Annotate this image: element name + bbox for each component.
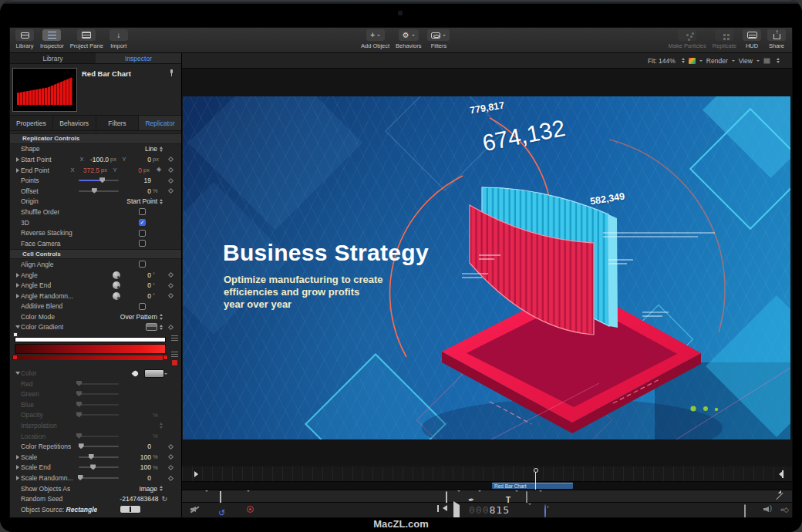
- counter-menu-chevron[interactable]: [528, 505, 531, 517]
- checkbox-face-camera[interactable]: [139, 240, 146, 247]
- checkbox-align-angle[interactable]: [139, 261, 146, 268]
- keyframe-zone[interactable]: [163, 189, 178, 193]
- slider-track[interactable]: [79, 180, 119, 181]
- slider-thumb[interactable]: [76, 391, 82, 396]
- playhead[interactable]: [533, 468, 538, 490]
- checkbox-reverse-stacking[interactable]: [139, 230, 146, 237]
- checkbox-3d[interactable]: ✓: [139, 219, 146, 226]
- keyframe-diamond-icon[interactable]: [167, 444, 173, 450]
- param-value[interactable]: 0: [133, 271, 151, 279]
- toolbar-button-library[interactable]: Library: [15, 29, 34, 49]
- keyframe-zone[interactable]: [163, 179, 178, 183]
- mini-timeline-track[interactable]: Red Bar Chart: [182, 482, 792, 490]
- keyframe-zone[interactable]: [163, 273, 178, 277]
- timing-display-button[interactable]: [544, 505, 546, 517]
- record-button[interactable]: [247, 505, 254, 513]
- view-menu[interactable]: View: [739, 57, 753, 65]
- disclosure-icon[interactable]: [15, 465, 21, 470]
- zoom-level[interactable]: Fit: 144%: [648, 57, 676, 65]
- slider-thumb[interactable]: [99, 177, 105, 183]
- keyframe-zone[interactable]: [163, 284, 178, 288]
- slider-track[interactable]: [79, 393, 119, 395]
- slider-thumb[interactable]: [89, 454, 94, 460]
- dial-control[interactable]: [113, 281, 120, 289]
- channels-swatch-icon[interactable]: [689, 58, 696, 64]
- gradient-options-icon[interactable]: [171, 352, 178, 357]
- keyframe-zone[interactable]: [163, 445, 178, 449]
- keyframe-zone[interactable]: [163, 157, 178, 161]
- param-value[interactable]: 0: [125, 443, 151, 450]
- stepper-icon[interactable]: [160, 197, 163, 207]
- slider-thumb[interactable]: [92, 188, 97, 194]
- disclosure-icon[interactable]: [15, 157, 21, 162]
- y-value-field[interactable]: 0: [128, 156, 151, 163]
- gradient-opacity-bar[interactable]: [15, 337, 166, 342]
- toolbar-button-make-particles[interactable]: Make Particles: [669, 29, 706, 49]
- keyframe-diamond-icon[interactable]: [167, 178, 173, 184]
- slider-track[interactable]: [79, 383, 119, 385]
- play-button[interactable]: [453, 505, 463, 517]
- param-value[interactable]: 0: [133, 281, 151, 289]
- in-point-marker[interactable]: [194, 471, 201, 477]
- panel-tab-inspector[interactable]: Inspector: [96, 53, 181, 63]
- toolbar-button-project-pane[interactable]: Project Pane: [70, 29, 103, 49]
- x-value-field[interactable]: -100.0: [86, 156, 109, 163]
- slider-track[interactable]: [79, 466, 119, 468]
- gradient-preset-icon[interactable]: [146, 323, 157, 331]
- show-fullview-button[interactable]: [744, 505, 746, 517]
- stepper-icon[interactable]: [160, 312, 163, 322]
- slider-track[interactable]: [79, 404, 119, 406]
- slider-track[interactable]: [79, 414, 119, 416]
- slider-thumb[interactable]: [76, 381, 82, 386]
- view-layouts-swatch-icon[interactable]: [763, 58, 770, 64]
- keyframe-zone[interactable]: [163, 325, 178, 329]
- slider-track[interactable]: [79, 190, 119, 192]
- param-value[interactable]: 19: [125, 177, 151, 184]
- checkbox-shuffle-order[interactable]: [139, 208, 146, 215]
- slider-track[interactable]: [79, 477, 119, 479]
- gradient-options-icon[interactable]: [171, 335, 178, 341]
- toolbar-button-hud[interactable]: HUD: [743, 29, 761, 49]
- toolbar-button-share[interactable]: Share: [767, 29, 786, 49]
- param-value[interactable]: 0: [125, 474, 151, 482]
- dial-control[interactable]: [113, 271, 120, 279]
- generate-seed-icon[interactable]: ↻: [161, 495, 167, 503]
- keyframe-zone[interactable]: [163, 168, 178, 172]
- slider-thumb[interactable]: [76, 412, 82, 417]
- dial-control[interactable]: [113, 292, 120, 300]
- keyframe-diamond-icon[interactable]: [167, 283, 173, 288]
- keyframe-diamond-icon[interactable]: [167, 454, 173, 460]
- toolbar-button-behaviors[interactable]: ⚙Behaviors: [396, 29, 421, 49]
- slider-thumb[interactable]: [79, 443, 84, 449]
- object-source-well[interactable]: [120, 505, 141, 513]
- disclosure-icon[interactable]: [15, 294, 21, 298]
- toolbar-button-add-object[interactable]: +Add Object: [361, 29, 389, 49]
- keyframe-diamond-icon[interactable]: [167, 475, 173, 480]
- view-stepper-icon[interactable]: [777, 56, 780, 66]
- slider-thumb[interactable]: [90, 464, 96, 470]
- keyframe-diamond-icon[interactable]: [167, 157, 173, 162]
- keyframe-diamond-icon[interactable]: [167, 167, 173, 173]
- tab-filters[interactable]: Filters: [96, 116, 140, 130]
- gradient-color-bar[interactable]: [15, 344, 166, 354]
- x-value-field[interactable]: 372.5: [76, 167, 99, 174]
- canvas-artwork[interactable]: 779,817 674,132 582,349 Business Strateg…: [183, 96, 790, 439]
- slider-thumb[interactable]: [76, 402, 82, 407]
- slider-thumb[interactable]: [76, 433, 82, 439]
- slider-track[interactable]: [79, 446, 119, 447]
- seed-value-field[interactable]: -2147483648: [120, 495, 158, 503]
- param-value[interactable]: 0: [125, 187, 151, 195]
- out-point-marker[interactable]: [776, 471, 783, 477]
- disclosure-icon[interactable]: [15, 455, 21, 460]
- tab-properties[interactable]: Properties: [10, 116, 53, 130]
- zoom-stepper-icon[interactable]: [682, 56, 685, 66]
- keyframe-diamond-icon[interactable]: [167, 325, 173, 330]
- gradient-stop-color-icon[interactable]: [172, 360, 177, 365]
- tab-behaviors[interactable]: Behaviors: [53, 116, 96, 130]
- checkbox-additive-blend[interactable]: [139, 303, 146, 310]
- popup-value[interactable]: Line: [145, 145, 157, 153]
- disclosure-icon[interactable]: [15, 168, 21, 173]
- slider-thumb[interactable]: [78, 475, 83, 480]
- disclosure-icon[interactable]: [15, 283, 21, 288]
- toolbar-button-import[interactable]: ↓Import: [110, 29, 128, 49]
